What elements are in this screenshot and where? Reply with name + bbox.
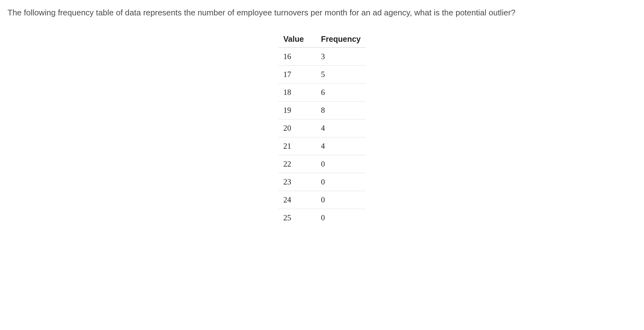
cell-frequency: 0 bbox=[316, 173, 366, 191]
cell-value: 16 bbox=[278, 48, 316, 66]
table-row: 17 5 bbox=[278, 66, 366, 84]
cell-frequency: 0 bbox=[316, 155, 366, 173]
table-row: 18 6 bbox=[278, 84, 366, 102]
header-frequency: Frequency bbox=[316, 31, 366, 48]
table-row: 20 4 bbox=[278, 119, 366, 137]
table-row: 22 0 bbox=[278, 155, 366, 173]
cell-frequency: 4 bbox=[316, 137, 366, 155]
cell-frequency: 3 bbox=[316, 48, 366, 66]
cell-value: 25 bbox=[278, 209, 316, 227]
cell-frequency: 0 bbox=[316, 209, 366, 227]
cell-value: 19 bbox=[278, 102, 316, 119]
frequency-table: Value Frequency 16 3 17 5 18 6 19 8 20 bbox=[278, 31, 366, 227]
table-container: Value Frequency 16 3 17 5 18 6 19 8 20 bbox=[8, 31, 636, 227]
header-value: Value bbox=[278, 31, 316, 48]
question-text: The following frequency table of data re… bbox=[8, 6, 636, 19]
cell-frequency: 0 bbox=[316, 191, 366, 209]
table-row: 16 3 bbox=[278, 48, 366, 66]
table-body: 16 3 17 5 18 6 19 8 20 4 21 4 bbox=[278, 48, 366, 227]
cell-frequency: 4 bbox=[316, 119, 366, 137]
cell-value: 18 bbox=[278, 84, 316, 102]
table-header-row: Value Frequency bbox=[278, 31, 366, 48]
cell-value: 22 bbox=[278, 155, 316, 173]
table-row: 25 0 bbox=[278, 209, 366, 227]
cell-frequency: 6 bbox=[316, 84, 366, 102]
cell-frequency: 8 bbox=[316, 102, 366, 119]
cell-value: 20 bbox=[278, 119, 316, 137]
table-row: 24 0 bbox=[278, 191, 366, 209]
cell-value: 21 bbox=[278, 137, 316, 155]
cell-value: 24 bbox=[278, 191, 316, 209]
table-row: 23 0 bbox=[278, 173, 366, 191]
cell-frequency: 5 bbox=[316, 66, 366, 84]
cell-value: 17 bbox=[278, 66, 316, 84]
cell-value: 23 bbox=[278, 173, 316, 191]
table-row: 21 4 bbox=[278, 137, 366, 155]
table-row: 19 8 bbox=[278, 102, 366, 119]
